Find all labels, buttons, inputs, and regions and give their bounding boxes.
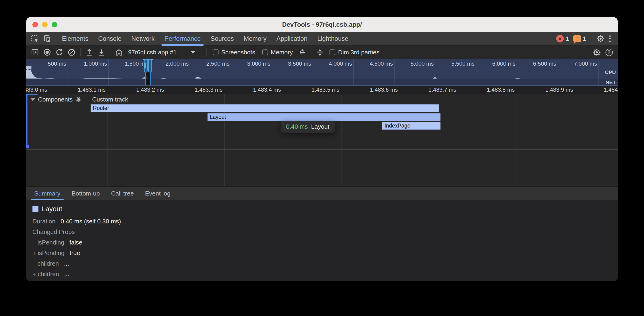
summary-row-children: + children...: [32, 270, 618, 278]
divider: [206, 48, 207, 56]
track-selected-accent: [26, 94, 28, 147]
issues-badge-icon[interactable]: !: [573, 35, 581, 42]
detail-tick-label: 1,483.7 ms: [428, 86, 456, 93]
collapse-tracks-icon[interactable]: [314, 47, 325, 58]
timeline-overview[interactable]: 500 ms1,000 ms1,500 ms2,000 ms2,500 ms3,…: [26, 59, 618, 86]
overview-tick-label: 5,500 ms: [451, 60, 474, 67]
grid-line: [575, 94, 575, 186]
detail-time-ruler[interactable]: 1,483.0 ms1,483.1 ms1,483.2 ms1,483.3 ms…: [26, 86, 618, 94]
overview-tick-label: 7,000 ms: [574, 60, 597, 67]
target-selector[interactable]: 97r6ql.csb.app #1: [126, 49, 203, 56]
home-icon[interactable]: [114, 47, 124, 58]
close-window-button[interactable]: [32, 22, 38, 27]
overview-tick-label: 6,000 ms: [492, 60, 516, 67]
net-lane-label: NET: [606, 79, 616, 86]
overview-tick-label: 6,500 ms: [533, 60, 556, 67]
tab-memory[interactable]: Memory: [239, 32, 272, 45]
track-name: Components: [38, 96, 72, 103]
reload-record-icon[interactable]: [54, 47, 65, 58]
minimize-window-button[interactable]: [42, 22, 48, 27]
clear-icon[interactable]: [66, 47, 77, 58]
capture-settings-gear-icon[interactable]: [592, 47, 602, 58]
summary-row-label: + isPending: [32, 249, 64, 257]
checkbox-label: Dim 3rd parties: [338, 49, 379, 56]
summary-row-label: + children: [32, 270, 59, 278]
summary-row-label: – isPending: [32, 239, 64, 246]
track-header-components[interactable]: Components — Custom track: [30, 96, 128, 103]
detail-tick-label: 1,484.0 ms: [604, 86, 618, 93]
upload-profile-icon[interactable]: [84, 47, 94, 58]
react-atom-icon: [75, 97, 82, 103]
detail-tick-label: 1,483.9 ms: [545, 86, 573, 93]
selection-handle-right[interactable]: [148, 59, 152, 72]
details-tab-bottom-up[interactable]: Bottom-up: [66, 187, 106, 200]
help-icon[interactable]: ?: [604, 47, 614, 58]
zoom-window-button[interactable]: [52, 22, 57, 27]
performance-toolbar: 97r6ql.csb.app #1 Screenshots Memory: [26, 45, 618, 59]
detail-tick-label: 1,483.3 ms: [194, 86, 222, 93]
selection-edge-right[interactable]: [150, 71, 151, 85]
divider: [110, 48, 110, 56]
summary-title: Layout: [42, 205, 62, 213]
flame-event-router[interactable]: Router: [90, 104, 440, 112]
track-selected-accent-nub: [26, 145, 29, 148]
tab-elements[interactable]: Elements: [57, 32, 94, 45]
memory-checkbox[interactable]: Memory: [260, 49, 296, 56]
event-color-swatch: [32, 206, 38, 212]
toggle-sidebar-icon[interactable]: [30, 47, 40, 58]
tab-lighthouse[interactable]: Lighthouse: [312, 32, 353, 45]
flame-tooltip: 0.40 ms Layout: [281, 121, 335, 133]
cpu-lane-label: CPU: [605, 69, 616, 75]
divider: [311, 48, 311, 56]
download-profile-icon[interactable]: [96, 47, 107, 58]
selection-edge-left[interactable]: [145, 71, 146, 85]
summary-row-ispending: + isPendingtrue: [32, 249, 618, 257]
divider: [55, 35, 55, 42]
tab-performance[interactable]: Performance: [160, 32, 206, 45]
flame-chart-area[interactable]: Components — Custom track RouterLayoutIn…: [26, 94, 618, 186]
grid-line: [49, 94, 49, 186]
selection-handle-left[interactable]: [144, 59, 148, 72]
details-tab-call-tree[interactable]: Call tree: [106, 187, 140, 200]
summary-row-label: Duration: [32, 218, 56, 225]
overview-tick-label: 3,500 ms: [288, 60, 311, 67]
track-selected-accent-top: [26, 94, 38, 95]
summary-row-label: Changed Props: [32, 228, 75, 236]
record-icon[interactable]: [42, 47, 52, 58]
summary-panel: Layout Duration0.40 ms (self 0.30 ms)Cha…: [26, 200, 618, 281]
checkbox-label: Screenshots: [221, 49, 255, 56]
tab-console[interactable]: Console: [94, 32, 126, 45]
panel-tabs: ElementsConsoleNetworkPerformanceSources…: [57, 32, 353, 45]
window-title: DevTools - 97r6ql.csb.app/: [282, 21, 362, 28]
device-toolbar-icon[interactable]: [41, 32, 53, 45]
error-badge-icon[interactable]: ×: [556, 35, 564, 42]
track-divider: [26, 149, 618, 150]
settings-gear-icon[interactable]: [595, 33, 606, 44]
summary-row-value: 0.40 ms (self 0.30 ms): [60, 218, 121, 225]
screenshots-checkbox[interactable]: Screenshots: [210, 49, 258, 56]
more-options-icon[interactable]: [606, 33, 614, 44]
network-lane: [26, 79, 618, 85]
flame-event-layout[interactable]: Layout: [208, 113, 441, 121]
overview-tick-label: 5,000 ms: [410, 60, 434, 67]
detail-tick-label: 1,483.0 ms: [26, 86, 47, 93]
tab-application[interactable]: Application: [272, 32, 312, 45]
devtools-window: DevTools - 97r6ql.csb.app/ ElementsConso…: [26, 17, 618, 281]
summary-row-ispending: – isPendingfalse: [32, 239, 618, 246]
tab-sources[interactable]: Sources: [206, 32, 239, 45]
checkbox-icon: [213, 49, 218, 55]
grid-line: [458, 94, 458, 186]
details-tab-summary[interactable]: Summary: [29, 187, 66, 200]
flame-event-indexpage[interactable]: IndexPage: [382, 122, 440, 130]
detail-tick-label: 1,483.5 ms: [312, 86, 339, 93]
dim-3rd-parties-checkbox[interactable]: Dim 3rd parties: [327, 49, 382, 56]
summary-row-value: ...: [64, 260, 69, 267]
collect-garbage-icon[interactable]: [297, 47, 308, 58]
tab-network[interactable]: Network: [126, 32, 160, 45]
inspect-element-icon[interactable]: [29, 32, 41, 45]
summary-row-duration: Duration0.40 ms (self 0.30 ms): [32, 218, 618, 225]
overview-tick-label: 2,500 ms: [206, 60, 230, 67]
details-tab-event-log[interactable]: Event log: [140, 187, 176, 200]
network-request-chip: [26, 66, 32, 69]
issue-count: 1: [583, 35, 586, 42]
